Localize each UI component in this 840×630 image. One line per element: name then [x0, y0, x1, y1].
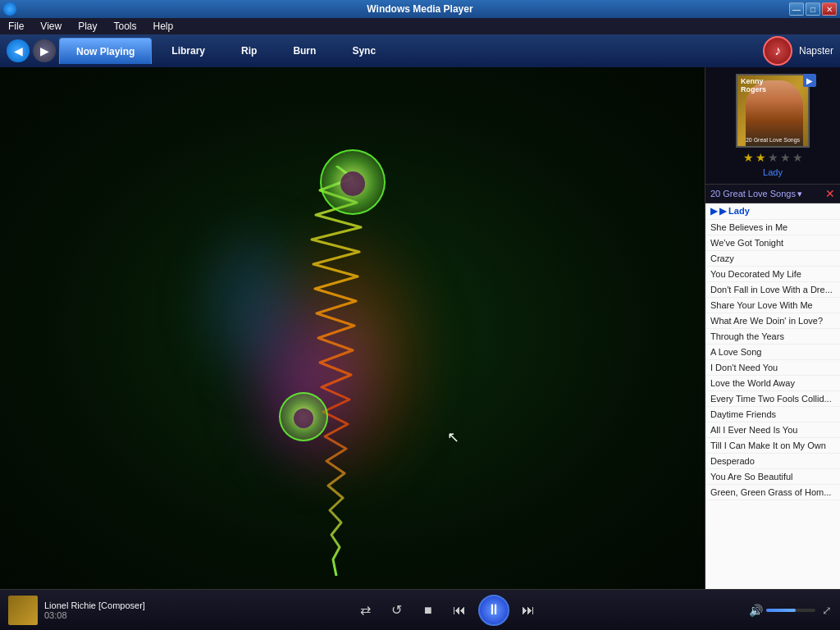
playback-controls: ⇄ ↺ ■ ⏮ ⏸ ⏭ [152, 595, 742, 626]
shuffle-button[interactable]: ⇄ [354, 598, 378, 623]
tab-sync[interactable]: Sync [336, 38, 392, 64]
playlist-item[interactable]: You Are So Beautiful [705, 469, 840, 485]
dropdown-arrow-icon: ▾ [797, 189, 802, 199]
playlist-item[interactable]: ▶ Lady [705, 203, 840, 220]
waveform-visualization [287, 166, 386, 576]
album-art[interactable]: KennyRogers 20 Great Love Songs [736, 74, 810, 148]
menu-bar: File View Play Tools Help [0, 18, 840, 34]
menu-view[interactable]: View [35, 19, 66, 34]
tab-now-playing[interactable]: Now Playing [59, 38, 152, 64]
star-2[interactable]: ★ [756, 151, 766, 164]
album-info-button[interactable]: ▶ [803, 74, 816, 87]
control-bar: Lionel Richie [Composer] 03:08 ⇄ ↺ ■ ⏮ ⏸… [0, 589, 840, 630]
star-3[interactable]: ★ [768, 151, 778, 164]
back-button[interactable]: ◀ [7, 39, 30, 62]
now-playing-time: 03:08 [44, 610, 145, 620]
playlist-dropdown-button[interactable]: 20 Great Love Songs ▾ [710, 189, 802, 199]
playlist-item[interactable]: A Love Song [705, 345, 840, 360]
playlist-item[interactable]: She Believes in Me [705, 220, 840, 235]
playlist[interactable]: ▶ LadyShe Believes in MeWe've Got Tonigh… [705, 203, 840, 589]
title-bar: Windows Media Player — □ ✕ [0, 0, 840, 18]
maximize-button[interactable]: □ [806, 2, 820, 16]
menu-file[interactable]: File [3, 19, 29, 34]
star-1[interactable]: ★ [743, 151, 754, 164]
orb-lower [279, 392, 328, 441]
repeat-button[interactable]: ↺ [385, 598, 409, 623]
now-playing-artist: Lionel Richie [Composer] [44, 600, 145, 610]
playlist-close-button[interactable]: ✕ [825, 188, 835, 199]
playlist-item[interactable]: You Decorated My Life [705, 267, 840, 282]
forward-button[interactable]: ▶ [33, 39, 56, 62]
mouse-cursor: ↖ [447, 428, 457, 443]
right-panel: KennyRogers 20 Great Love Songs ▶ ★ ★ ★ … [705, 67, 840, 589]
album-title-overlay: 20 Great Love Songs [739, 137, 806, 143]
playlist-item[interactable]: Desperado [705, 454, 840, 469]
album-artist-overlay: KennyRogers [741, 77, 766, 94]
visualization-area: ↖ [0, 67, 705, 589]
nav-bar: ◀ ▶ Now Playing Library Rip Burn Sync ♪ … [0, 34, 840, 67]
playlist-item[interactable]: Crazy [705, 251, 840, 267]
play-pause-button[interactable]: ⏸ [478, 595, 509, 626]
playlist-item[interactable]: Through the Years [705, 329, 840, 345]
fullscreen-button[interactable]: ⤢ [822, 604, 832, 617]
star-5[interactable]: ★ [792, 151, 803, 164]
stop-button[interactable]: ■ [416, 598, 441, 623]
window-controls: — □ ✕ [789, 2, 837, 16]
title-bar-left [3, 2, 16, 16]
star-rating[interactable]: ★ ★ ★ ★ ★ [743, 151, 803, 164]
close-button[interactable]: ✕ [822, 2, 837, 16]
window-title: Windows Media Player [0, 3, 840, 15]
playlist-item[interactable]: Every Time Two Fools Collid... [705, 391, 840, 407]
napster-button[interactable]: ♪ [763, 36, 792, 66]
volume-control: 🔊 [749, 604, 815, 617]
menu-play[interactable]: Play [73, 19, 102, 34]
playlist-item[interactable]: We've Got Tonight [705, 235, 840, 251]
playlist-item[interactable]: What Are We Doin' in Love? [705, 313, 840, 329]
tab-rip[interactable]: Rip [225, 38, 273, 64]
playlist-title-label: 20 Great Love Songs [710, 189, 796, 199]
playlist-item[interactable]: Love the World Away [705, 376, 840, 391]
main-content: ↖ KennyRogers 20 Great Love Songs ▶ ★ ★ … [0, 67, 840, 589]
star-4[interactable]: ★ [780, 151, 791, 164]
app-icon [3, 2, 16, 16]
album-section: KennyRogers 20 Great Love Songs ▶ ★ ★ ★ … [705, 67, 840, 184]
minimize-button[interactable]: — [789, 2, 804, 16]
tab-library[interactable]: Library [155, 38, 221, 64]
current-song-display: Lady [763, 167, 783, 177]
napster-label[interactable]: Napster [799, 45, 833, 57]
playlist-item[interactable]: Till I Can Make It on My Own [705, 438, 840, 454]
volume-fill [766, 609, 796, 612]
menu-tools[interactable]: Tools [108, 19, 141, 34]
volume-icon: 🔊 [749, 604, 763, 617]
menu-help[interactable]: Help [148, 19, 179, 34]
playlist-item[interactable]: I Don't Need You [705, 360, 840, 376]
playlist-item[interactable]: All I Ever Need Is You [705, 422, 840, 438]
tab-burn[interactable]: Burn [276, 38, 332, 64]
playlist-item[interactable]: Green, Green Grass of Hom... [705, 485, 840, 500]
now-playing-info: Lionel Richie [Composer] 03:08 [44, 600, 145, 620]
playlist-item[interactable]: Don't Fall in Love With a Dre... [705, 282, 840, 298]
volume-slider[interactable] [766, 609, 815, 612]
now-playing-thumbnail [8, 596, 38, 625]
orb-upper [320, 149, 386, 215]
playlist-header: 20 Great Love Songs ▾ ✕ [705, 184, 840, 203]
album-art-container: KennyRogers 20 Great Love Songs ▶ [736, 74, 810, 148]
next-button[interactable]: ⏭ [516, 598, 541, 623]
previous-button[interactable]: ⏮ [447, 598, 472, 623]
playlist-item[interactable]: Share Your Love With Me [705, 298, 840, 313]
playlist-item[interactable]: Daytime Friends [705, 407, 840, 422]
